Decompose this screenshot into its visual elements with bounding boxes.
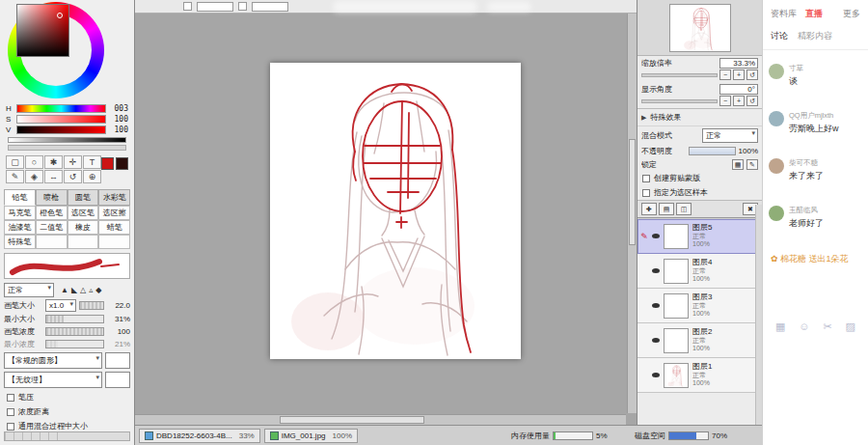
- brush-item[interactable]: 选区笔: [68, 206, 99, 220]
- checkbox-icon[interactable]: [7, 394, 14, 402]
- angle-slider[interactable]: [641, 99, 718, 103]
- brush-item[interactable]: 二值笔: [36, 220, 68, 235]
- brush-size-slider[interactable]: [79, 301, 104, 310]
- zoom-reset-button[interactable]: ↺: [746, 70, 758, 80]
- brush-item[interactable]: [68, 235, 99, 249]
- brush-item[interactable]: 油漆笔: [4, 220, 36, 235]
- move-icon[interactable]: ✛: [64, 155, 82, 169]
- tab-highlights[interactable]: 精彩内容: [798, 30, 832, 42]
- special-effects-header[interactable]: ▶ 特殊效果: [637, 108, 762, 126]
- brush-item[interactable]: 选区擦: [98, 206, 130, 220]
- navigator-thumbnail[interactable]: [669, 4, 731, 52]
- clip-icon[interactable]: ✂: [823, 320, 831, 333]
- chat-message[interactable]: 玉醅临风 老师好了: [769, 206, 862, 230]
- brush-tab-round[interactable]: 圆笔: [68, 189, 99, 206]
- opacity-slider[interactable]: [689, 147, 735, 155]
- visibility-eye-icon[interactable]: [649, 303, 663, 308]
- angle-cw-button[interactable]: +: [733, 96, 745, 106]
- drawing-canvas[interactable]: [270, 63, 521, 359]
- checkbox-icon[interactable]: [642, 189, 650, 197]
- checkbox-icon[interactable]: [642, 175, 650, 182]
- zoom-tool-icon[interactable]: ⊕: [83, 170, 101, 183]
- angle-value[interactable]: 0°: [719, 84, 758, 95]
- brush-item[interactable]: 蜡笔: [98, 220, 130, 235]
- chat-message[interactable]: 柴可不糖 来了来了: [769, 158, 862, 182]
- lock-pixels-icon[interactable]: ✎: [746, 159, 758, 170]
- tab-discussion[interactable]: 讨论: [771, 30, 788, 42]
- swatch-strip[interactable]: [8, 145, 126, 151]
- min-density-slider[interactable]: [45, 340, 104, 348]
- chat-message[interactable]: QQ用户mjlxth 劳斯晚上好w: [769, 111, 862, 135]
- brush-texture-strength[interactable]: [105, 372, 130, 388]
- tip-icon[interactable]: ▵: [89, 286, 93, 294]
- brush-size-unit-select[interactable]: x1.0: [45, 299, 76, 312]
- left-panel-scrollbar[interactable]: [4, 431, 130, 441]
- secondary-color-swatch[interactable]: [116, 157, 128, 170]
- min-size-slider[interactable]: [45, 315, 104, 323]
- canvas-toolbar-field[interactable]: [252, 2, 288, 12]
- brush-blend-select[interactable]: 正常: [4, 283, 54, 297]
- density-slider[interactable]: [45, 327, 104, 336]
- angle-ccw-button[interactable]: −: [719, 96, 731, 106]
- brush-item[interactable]: [36, 235, 68, 249]
- lasso-icon[interactable]: ○: [25, 155, 43, 169]
- tip-icon[interactable]: △: [80, 286, 86, 294]
- layer-row[interactable]: 图层4 正常 100%: [637, 254, 762, 289]
- tip-icon[interactable]: ◆: [95, 286, 101, 294]
- clipping-mask-row[interactable]: 创建剪贴蒙版: [637, 171, 762, 185]
- pen-icon[interactable]: ✎: [6, 170, 24, 183]
- nav-live[interactable]: 直播: [805, 8, 823, 20]
- visibility-eye-icon[interactable]: [649, 234, 663, 238]
- canvas-toolbar-field[interactable]: [197, 2, 233, 12]
- brush-shape-strength[interactable]: [105, 352, 130, 369]
- brush-shape-select[interactable]: 【常规的圆形】: [4, 352, 102, 369]
- magic-wand-icon[interactable]: ✱: [44, 155, 63, 169]
- document-tab[interactable]: IMG_001.jpg 100%: [264, 429, 358, 443]
- brush-item[interactable]: 橙色笔: [36, 206, 68, 220]
- value-slider[interactable]: [16, 125, 106, 134]
- pan-icon[interactable]: ↔: [44, 170, 63, 183]
- layer-list-scrollbar[interactable]: [755, 205, 762, 425]
- zoom-in-button[interactable]: +: [733, 70, 745, 80]
- brush-item[interactable]: 马克笔: [4, 206, 36, 220]
- checkbox-icon[interactable]: [7, 408, 14, 416]
- visibility-eye-icon[interactable]: [649, 338, 663, 343]
- emoji-icon[interactable]: ☺: [799, 320, 809, 333]
- horizontal-scroll-thumb[interactable]: [280, 416, 424, 424]
- tip-icon[interactable]: ▲: [61, 286, 68, 294]
- canvas-toolbar-toggle[interactable]: [183, 2, 192, 11]
- primary-color-swatch[interactable]: [101, 157, 114, 170]
- canvas-horizontal-scrollbar[interactable]: [135, 414, 626, 425]
- new-layer-icon[interactable]: ✚: [641, 203, 657, 215]
- brush-tab-watercolor[interactable]: 水彩笔: [98, 189, 130, 206]
- zoom-slider[interactable]: [641, 73, 718, 77]
- brush-tab-airbrush[interactable]: 喷枪: [36, 189, 68, 206]
- gift-icon[interactable]: ▦: [775, 320, 785, 333]
- angle-reset-button[interactable]: ↺: [746, 96, 758, 106]
- brush-texture-select[interactable]: 【无纹理】: [4, 372, 102, 388]
- selection-sample-row[interactable]: 指定为选区样本: [637, 185, 762, 200]
- visibility-eye-icon[interactable]: [649, 268, 663, 273]
- brush-item[interactable]: [98, 235, 130, 249]
- nav-more[interactable]: 更多: [843, 8, 860, 20]
- new-folder-icon[interactable]: ▤: [659, 203, 674, 215]
- layer-mask-icon[interactable]: ◫: [676, 203, 692, 215]
- layer-row[interactable]: 图层1 正常 100%: [637, 358, 762, 393]
- color-cursor-icon[interactable]: [57, 13, 63, 18]
- tip-icon[interactable]: ◣: [71, 286, 77, 294]
- layer-row[interactable]: ✎ 图层5 正常 100%: [637, 219, 762, 254]
- visibility-eye-icon[interactable]: [649, 373, 663, 377]
- nav-library[interactable]: 资料库: [771, 8, 797, 20]
- layer-row[interactable]: 图层3 正常 100%: [637, 289, 762, 323]
- rect-select-icon[interactable]: ▢: [6, 155, 24, 169]
- checkbox-icon[interactable]: [7, 423, 14, 431]
- lock-alpha-icon[interactable]: ▦: [732, 159, 744, 170]
- media-icon[interactable]: ▨: [846, 320, 855, 333]
- eyedropper-icon[interactable]: ◈: [25, 170, 43, 183]
- hue-slider[interactable]: [16, 104, 106, 113]
- gradient-strip[interactable]: [8, 137, 126, 143]
- document-tab[interactable]: DBD18252-6603-4B... 33%: [139, 429, 260, 443]
- blend-mode-select[interactable]: 正常: [702, 128, 758, 143]
- vertical-scroll-thumb[interactable]: [629, 139, 636, 245]
- brush-item[interactable]: 特殊笔: [4, 235, 36, 249]
